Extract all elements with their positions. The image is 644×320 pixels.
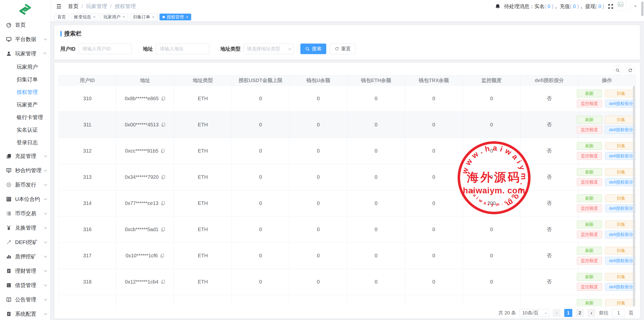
user-id-input[interactable] (78, 44, 132, 54)
monitor-quota-button[interactable]: 监控额度 (577, 257, 602, 265)
sidebar-subitem[interactable]: 授权管理 (0, 86, 50, 98)
collect-button[interactable]: 归集 (605, 221, 636, 228)
collapse-menu-icon[interactable] (56, 3, 62, 9)
chevron-down-icon (44, 226, 47, 229)
window-scrollbar[interactable] (641, 2, 643, 16)
close-icon[interactable]: × (152, 15, 154, 19)
refresh-row-button[interactable]: 刷新 (577, 299, 602, 306)
refresh-row-button[interactable]: 刷新 (577, 168, 602, 176)
sidebar-item[interactable]: 充提管理 (0, 149, 50, 163)
refresh-row-button[interactable]: 刷新 (577, 116, 602, 124)
page-size-select[interactable]: 10条/页 (519, 309, 549, 317)
tab-首页[interactable]: 首页 (54, 14, 69, 20)
tab-玩家用户[interactable]: 玩家用户× (100, 14, 128, 20)
monitor-quota-button[interactable]: 监控额度 (577, 283, 602, 291)
sidebar-subitem[interactable]: 实名认证 (0, 124, 50, 136)
avatar[interactable] (617, 2, 627, 11)
fullscreen-icon[interactable] (608, 4, 614, 9)
monitor-quota-button[interactable]: 监控额度 (577, 204, 602, 212)
monitor-quota-button[interactable]: 监控额度 (577, 100, 602, 108)
tab-归集订单[interactable]: 归集订单× (130, 14, 157, 20)
copy-icon[interactable] (160, 253, 165, 258)
sidebar-subitem[interactable]: 玩家资产 (0, 98, 50, 111)
sidebar-item[interactable]: 玩家管理 (0, 46, 50, 61)
copy-icon[interactable] (161, 96, 166, 101)
defi-auth-button[interactable]: defi授权假分 (605, 100, 636, 108)
monitor-quota-button[interactable]: 监控额度 (577, 126, 602, 134)
prev-page-button[interactable]: ‹ (553, 309, 561, 317)
monitor-quota-button[interactable]: 监控额度 (577, 231, 602, 238)
defi-auth-button[interactable]: defi授权假分 (605, 204, 636, 212)
copy-icon[interactable] (160, 149, 165, 153)
search-button[interactable]: 搜索 (300, 44, 326, 54)
close-icon[interactable]: × (186, 15, 188, 19)
defi-auth-button[interactable]: defi授权假分 (605, 257, 636, 265)
collect-button[interactable]: 归集 (605, 273, 636, 281)
cell-eth-balance: 0 (347, 138, 405, 164)
sidebar-subitem[interactable]: 登录日志 (0, 136, 50, 149)
defi-auth-button[interactable]: defi授权假分 (605, 152, 636, 160)
refresh-row-button[interactable]: 刷新 (577, 273, 602, 281)
defi-auth-button[interactable]: defi授权假分 (605, 231, 636, 238)
next-page-button[interactable]: › (587, 309, 595, 317)
sidebar-subitem[interactable]: 玩家用户 (0, 61, 50, 73)
sidebar-item[interactable]: DEFI挖矿 (0, 235, 50, 249)
defi-auth-button[interactable]: defi授权假分 (605, 178, 636, 186)
sidebar-item[interactable]: 系统配置 (0, 307, 50, 320)
page-button-2[interactable]: 2 (576, 309, 584, 317)
sidebar-item-label: 币币交易 (15, 210, 43, 217)
collect-button[interactable]: 归集 (605, 194, 636, 202)
sidebar-item[interactable]: 币币交易 (0, 206, 50, 221)
page-button-1[interactable]: 1 (564, 309, 572, 317)
collect-button[interactable]: 归集 (605, 168, 636, 176)
tab-授权管理[interactable]: 授权管理× (159, 14, 191, 20)
defi-auth-button[interactable]: defi授权假分 (605, 283, 636, 291)
cell-monitor-quota: 0 (463, 112, 520, 138)
copy-icon[interactable] (160, 227, 165, 232)
refresh-row-button[interactable]: 刷新 (577, 142, 602, 150)
breadcrumb-item[interactable]: 首页 (68, 3, 78, 10)
goto-page-input[interactable] (612, 309, 625, 317)
sidebar-subitem[interactable]: 银行卡管理 (0, 111, 50, 124)
chevron-down-icon[interactable] (634, 6, 637, 7)
pending-messages: 待处理消息：实名( 0 )， 充值( 0 )， 提现( 0 ) (504, 3, 604, 10)
collect-button[interactable]: 归集 (605, 116, 636, 124)
refresh-table-icon[interactable] (625, 65, 635, 75)
refresh-row-button[interactable]: 刷新 (577, 90, 602, 97)
copy-icon[interactable] (160, 279, 165, 284)
monitor-quota-button[interactable]: 监控额度 (577, 152, 602, 160)
reset-button[interactable]: 重置 (330, 44, 355, 54)
sidebar-item[interactable]: 质押挖矿 (0, 249, 50, 264)
sidebar-item[interactable]: 借贷管理 (0, 278, 50, 292)
app-logo[interactable] (0, 0, 50, 16)
tab-账变信息[interactable]: 账变信息× (71, 14, 98, 20)
sidebar-item[interactable]: 秒合约管理 (0, 163, 50, 177)
address-type-select[interactable]: 请选择地址类型 (244, 44, 294, 54)
sidebar-item[interactable]: 公告管理 (0, 292, 50, 307)
collect-button[interactable]: 归集 (605, 142, 636, 150)
collect-button[interactable]: 归集 (605, 90, 636, 97)
sidebar-item[interactable]: 兑换管理 (0, 221, 50, 235)
copy-icon[interactable] (161, 175, 166, 180)
sidebar-item[interactable]: 平台数据 (0, 32, 50, 46)
sidebar-item[interactable]: 首页 (0, 18, 50, 32)
table-scrollbar[interactable] (633, 86, 635, 306)
search-toggle-icon[interactable] (613, 65, 622, 75)
copy-icon[interactable] (161, 122, 166, 127)
sidebar-item[interactable]: U本位合约 (0, 192, 50, 206)
monitor-quota-button[interactable]: 监控额度 (577, 178, 602, 186)
refresh-row-button[interactable]: 刷新 (577, 247, 602, 255)
collect-button[interactable]: 归集 (605, 299, 636, 306)
sidebar-item[interactable]: 新币发行 (0, 177, 50, 192)
defi-auth-button[interactable]: defi授权假分 (605, 126, 636, 134)
refresh-row-button[interactable]: 刷新 (577, 221, 602, 228)
refresh-row-button[interactable]: 刷新 (577, 194, 602, 202)
collect-button[interactable]: 归集 (605, 247, 636, 255)
sidebar-subitem[interactable]: 归集订单 (0, 73, 50, 86)
copy-icon[interactable] (160, 201, 165, 206)
bell-icon[interactable] (495, 4, 501, 9)
sidebar-item[interactable]: 理财管理 (0, 264, 50, 278)
close-icon[interactable]: × (93, 15, 95, 19)
close-icon[interactable]: × (123, 15, 125, 19)
address-input[interactable] (156, 44, 209, 54)
